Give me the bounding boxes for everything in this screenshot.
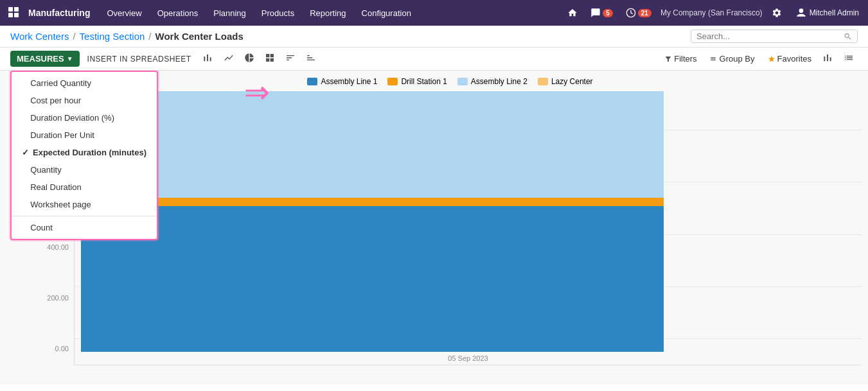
activity-icon-btn[interactable]: 21 (622, 6, 655, 19)
breadcrumb: Work Centers / Testing Section / Work Ce… (10, 31, 244, 42)
messages-badge: 5 (603, 9, 613, 17)
legend-lazy-center: Lazy Center (538, 77, 593, 86)
legend-drill-station-1: Drill Station 1 (387, 77, 447, 86)
app-grid-icon[interactable] (5, 4, 23, 22)
search-icon (844, 32, 852, 41)
legend-color-assembly-1 (307, 78, 317, 85)
legend-color-assembly-2 (457, 78, 468, 85)
nav-planning[interactable]: Planning (207, 6, 252, 21)
y-label-200: 200.00 (47, 294, 69, 302)
dropdown-real-duration[interactable]: Real Duration (12, 178, 157, 196)
measures-dropdown: Carried Quantity Cost per hour Duration … (10, 71, 158, 240)
legend-color-drill-1 (387, 78, 398, 85)
filters-button[interactable]: Filters (659, 51, 702, 66)
x-axis-label: 05 Sep 2023 (448, 354, 488, 362)
company-name: My Company (San Francisco) (660, 8, 763, 17)
avatar[interactable]: Mitchell Admin (791, 5, 863, 21)
nav-reporting[interactable]: Reporting (303, 6, 352, 21)
checkmark-icon: ✓ (22, 148, 29, 157)
chart-legend: Assembly Line 1 Drill Station 1 Assembly… (39, 77, 862, 86)
breadcrumb-sep-2: / (148, 31, 151, 42)
chart-inner: 05 Sep 2023 (74, 91, 862, 365)
svg-rect-1 (14, 7, 19, 12)
messages-icon-btn[interactable]: 5 (587, 6, 617, 19)
legend-color-lazy (538, 78, 548, 85)
dropdown-quantity[interactable]: Quantity (12, 161, 157, 178)
arrow-annotation: ⇐ (244, 77, 270, 108)
nav-operations[interactable]: Operations (151, 6, 205, 21)
nav-products[interactable]: Products (255, 6, 301, 21)
groupby-button[interactable]: Group By (705, 51, 760, 66)
dropdown-worksheet-page[interactable]: Worksheet page (12, 196, 157, 213)
nav-configuration[interactable]: Configuration (355, 6, 418, 21)
dropdown-carried-quantity[interactable]: Carried Quantity (12, 74, 157, 92)
search-container (691, 30, 858, 43)
nav-overview[interactable]: Overview (100, 6, 148, 21)
legend-assembly-line-2: Assembly Line 2 (457, 77, 527, 86)
dropdown-divider (12, 216, 157, 216)
chart-wrapper: 1.00k 800.00 600.00 400.00 200.00 0.00 (39, 91, 862, 365)
pie-chart-icon-btn[interactable] (240, 50, 258, 67)
toolbar: MEASURES ▼ INSERT IN SPREADSHEET Filters… (0, 48, 868, 71)
breadcrumb-current: Work Center Loads (155, 31, 244, 42)
x-axis-container: 05 Sep 2023 (75, 352, 862, 365)
app-name: Manufacturing (28, 8, 90, 18)
breadcrumb-testing-section[interactable]: Testing Section (80, 31, 145, 42)
second-bar: Work Centers / Testing Section / Work Ce… (0, 26, 868, 48)
pivot-icon-btn[interactable] (261, 50, 279, 67)
svg-rect-2 (8, 13, 13, 17)
dropdown-cost-per-hour[interactable]: Cost per hour (12, 92, 157, 109)
insert-spreadsheet-button[interactable]: INSERT IN SPREADSHEET (82, 52, 197, 66)
breadcrumb-work-centers[interactable]: Work Centers (10, 31, 69, 42)
dropdown-duration-per-unit[interactable]: Duration Per Unit (12, 126, 157, 144)
bar-segment-assembly-2 (81, 91, 664, 198)
stacked-bar-group (81, 91, 664, 352)
settings-icon-btn[interactable] (768, 6, 786, 19)
home-icon-btn[interactable] (563, 6, 581, 19)
y-label-0: 0.00 (55, 345, 69, 352)
top-navigation: Manufacturing Overview Operations Planni… (0, 0, 868, 26)
dropdown-count[interactable]: Count (12, 219, 157, 236)
favorites-button[interactable]: Favorites (763, 51, 817, 66)
bar-segment-drill-1 (81, 198, 664, 205)
svg-point-5 (799, 8, 803, 13)
measures-dropdown-arrow: ▼ (67, 55, 73, 62)
sort-asc-icon-btn[interactable] (281, 50, 299, 67)
search-input[interactable] (696, 31, 844, 41)
list-view-btn[interactable] (840, 50, 858, 67)
dropdown-expected-duration[interactable]: ✓ Expected Duration (minutes) (12, 144, 157, 161)
legend-assembly-line-1: Assembly Line 1 (307, 77, 377, 86)
measures-button[interactable]: MEASURES ▼ (10, 51, 80, 67)
activity-badge: 21 (638, 9, 651, 17)
username: Mitchell Admin (810, 8, 859, 17)
main-content: Carried Quantity Cost per hour Duration … (0, 71, 868, 385)
svg-rect-0 (8, 7, 13, 12)
line-chart-icon-btn[interactable] (220, 50, 238, 67)
graph-view-btn[interactable] (819, 50, 837, 67)
dropdown-duration-deviation[interactable]: Duration Deviation (%) (12, 109, 157, 126)
bar-segment-assembly-1 (81, 206, 664, 352)
top-nav-icons: 5 21 My Company (San Francisco) Mitchell… (563, 5, 863, 21)
y-label-400: 400.00 (47, 243, 69, 251)
svg-rect-3 (14, 13, 19, 17)
sort-desc-icon-btn[interactable] (302, 50, 320, 67)
bar-chart-icon-btn[interactable] (199, 50, 217, 67)
breadcrumb-sep-1: / (73, 31, 75, 42)
